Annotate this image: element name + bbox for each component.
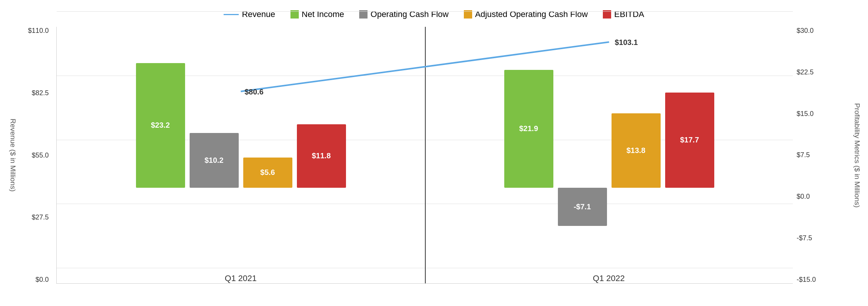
y-tick-right-1: $22.5 (797, 68, 814, 76)
bar-label-q1-2022-ebitda: $17.7 (680, 136, 699, 144)
y-axis-right: $30.0 $22.5 $15.0 $7.5 $0.0 -$7.5 -$15.0 (793, 27, 842, 284)
divider-line (425, 27, 426, 283)
bar-q1-2022-ocf: -$7.1 (558, 188, 607, 226)
y-tick-right-5: -$7.5 (797, 234, 812, 242)
bar-q1-2021-net-income: $23.2 (136, 63, 185, 188)
bar-q1-2022-adjusted-ocf: $13.8 (612, 113, 661, 187)
legend-item-ebitda: EBITDA (603, 9, 644, 19)
y-tick-right-4: $0.0 (797, 193, 810, 201)
y-axis-left-label: Revenue ($ in Millions) (3, 27, 22, 284)
bar-label-q1-2021-adjusted-ocf: $5.6 (260, 168, 275, 177)
legend-item-operating-cash-flow: Operating Cash Flow (359, 9, 449, 19)
revenue-label-q1-2022: $103.1 (615, 38, 638, 47)
legend-label-net-income: Net Income (302, 9, 344, 19)
x-axis-labels: Q1 2021 Q1 2022 (57, 274, 793, 283)
y-axis-right-label: Profitability Metrics ($ in Millions) (846, 27, 868, 284)
bar-label-q1-2022-net-income: $21.9 (519, 124, 538, 133)
y-tick-left-1: $82.5 (32, 89, 49, 97)
bar-label-q1-2022-adjusted-ocf: $13.8 (626, 146, 645, 155)
y-tick-right-2: $15.0 (797, 110, 814, 118)
legend-item-revenue: Revenue (224, 9, 275, 19)
plot-area: $80.6 $103.1 $23.2 $10.2 $5.6 $11.8 (56, 27, 793, 284)
x-label-q1-2022: Q1 2022 (425, 274, 793, 283)
y-tick-right-3: $7.5 (797, 151, 810, 159)
chart-area: $110.0 $82.5 $55.0 $27.5 $0.0 Revenue ($… (19, 27, 849, 284)
legend-item-adjusted-ocf: Adjusted Operating Cash Flow (464, 9, 588, 19)
bars-group-q1-2022: $21.9 -$7.1 $13.8 $17.7 (504, 70, 714, 187)
bar-q1-2021-ebitda: $11.8 (297, 124, 346, 188)
legend-label-ebitda: EBITDA (614, 9, 644, 19)
chart-container: Revenue Net Income Operating Cash Flow A… (19, 9, 849, 297)
bar-label-q1-2021-net-income: $23.2 (151, 121, 170, 130)
bar-label-q1-2022-ocf: -$7.1 (574, 202, 591, 211)
y-axis-right-wrapper: $30.0 $22.5 $15.0 $7.5 $0.0 -$7.5 -$15.0… (793, 27, 849, 284)
bar-q1-2021-ocf: $10.2 (190, 133, 239, 188)
y-tick-left-2: $55.0 (32, 151, 49, 159)
bar-label-q1-2021-ebitda: $11.8 (312, 151, 331, 160)
y-tick-right-0: $30.0 (797, 27, 814, 35)
y-axis-left: $110.0 $82.5 $55.0 $27.5 $0.0 (19, 27, 53, 284)
y-tick-left-4: $0.0 (36, 276, 49, 284)
bars-group-q1-2021: $23.2 $10.2 $5.6 $11.8 (136, 63, 346, 188)
legend-label-revenue: Revenue (242, 9, 275, 19)
y-axis-left-wrapper: $110.0 $82.5 $55.0 $27.5 $0.0 Revenue ($… (19, 27, 56, 284)
legend-item-net-income: Net Income (290, 9, 344, 19)
y-tick-right-6: -$15.0 (797, 276, 816, 284)
legend-line-revenue (224, 14, 239, 15)
x-label-q1-2021: Q1 2021 (57, 274, 425, 283)
bar-q1-2022-net-income: $21.9 (504, 70, 553, 187)
legend-label-adjusted-ocf: Adjusted Operating Cash Flow (475, 9, 588, 19)
legend-label-operating-cash-flow: Operating Cash Flow (371, 9, 449, 19)
y-tick-left-3: $27.5 (32, 213, 49, 221)
legend: Revenue Net Income Operating Cash Flow A… (19, 9, 849, 19)
y-tick-left-0: $110.0 (28, 27, 49, 35)
bar-label-q1-2021-ocf: $10.2 (204, 156, 223, 165)
bar-q1-2021-adjusted-ocf: $5.6 (243, 158, 292, 188)
bar-q1-2022-ebitda: $17.7 (665, 93, 714, 188)
grid-line-100 (57, 11, 793, 12)
